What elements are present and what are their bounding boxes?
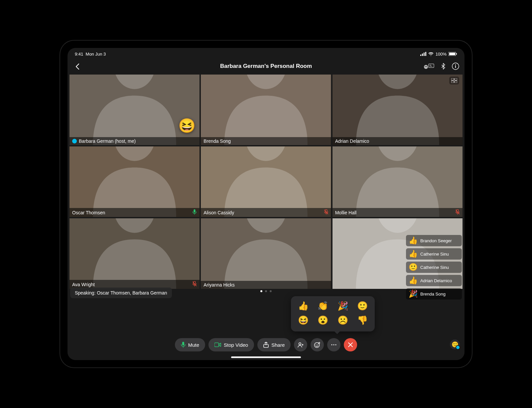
bluetooth-icon[interactable] bbox=[441, 63, 445, 70]
mic-muted-icon bbox=[324, 209, 329, 216]
svg-point-54 bbox=[335, 344, 336, 345]
participant-video bbox=[332, 75, 463, 145]
more-button[interactable] bbox=[327, 338, 340, 351]
reaction-emoji: 👍 bbox=[409, 276, 418, 285]
host-icon bbox=[72, 139, 77, 143]
cellular-icon bbox=[420, 52, 426, 56]
svg-rect-45 bbox=[182, 342, 184, 345]
svg-point-50 bbox=[316, 344, 317, 345]
participant-video bbox=[69, 218, 200, 289]
share-button[interactable]: Share bbox=[257, 338, 291, 351]
reaction-feed-item: 👍Catherine Sinu bbox=[406, 248, 462, 260]
page-dot[interactable] bbox=[265, 290, 267, 292]
page-dot[interactable] bbox=[260, 290, 262, 292]
participant-video bbox=[201, 146, 331, 217]
reaction-overlay: 😆 bbox=[178, 117, 196, 134]
svg-rect-0 bbox=[420, 55, 421, 56]
svg-point-9 bbox=[426, 66, 427, 67]
participant-name: Ava Wright bbox=[72, 282, 95, 287]
reaction-sender: Brandon Seeger bbox=[420, 238, 452, 243]
video-label: Stop Video bbox=[224, 342, 248, 348]
video-tile[interactable]: Adrian Delamico bbox=[332, 75, 463, 145]
microphone-icon bbox=[181, 342, 186, 348]
battery-text: 100% bbox=[436, 52, 447, 57]
mute-button[interactable]: Mute bbox=[175, 338, 205, 351]
layout-toggle-button[interactable] bbox=[449, 77, 459, 85]
back-button[interactable] bbox=[73, 62, 82, 71]
video-tile[interactable]: Ava Wright bbox=[69, 218, 200, 289]
reaction-option[interactable]: 🙂 bbox=[356, 301, 370, 311]
video-tile[interactable]: Alison Cassidy bbox=[201, 146, 331, 217]
home-indicator[interactable] bbox=[231, 356, 301, 358]
participant-namebar: Adrian Delamico bbox=[332, 137, 463, 145]
participant-name: Mollie Hall bbox=[335, 210, 357, 215]
reaction-option[interactable]: 😮 bbox=[316, 315, 330, 325]
meeting-title: Barbara German's Personal Room bbox=[220, 63, 312, 70]
more-icon bbox=[331, 344, 337, 346]
grid-icon bbox=[451, 78, 457, 83]
reaction-emoji: 👍 bbox=[409, 236, 418, 245]
svg-rect-41 bbox=[451, 78, 454, 80]
status-left: 9:41 Mon Jun 3 bbox=[75, 52, 106, 57]
reaction-option[interactable]: ☹️ bbox=[336, 315, 350, 325]
reaction-feed-item: 🎉Brenda Song bbox=[406, 288, 462, 300]
reaction-option[interactable]: 🎉 bbox=[336, 301, 350, 311]
smile-plus-icon bbox=[314, 341, 321, 348]
svg-rect-3 bbox=[425, 52, 426, 56]
close-icon bbox=[348, 342, 353, 347]
svg-rect-10 bbox=[429, 64, 434, 68]
video-tile[interactable]: 😆 Barbara German (host, me) bbox=[69, 75, 200, 145]
wifi-icon bbox=[428, 52, 434, 56]
reaction-option[interactable]: 😆 bbox=[296, 315, 310, 325]
participant-namebar: Barbara German (host, me) bbox=[69, 137, 200, 145]
tablet-frame: 9:41 Mon Jun 3 100% Barbara German's Per… bbox=[60, 40, 472, 368]
camera-icon bbox=[214, 342, 221, 347]
svg-point-14 bbox=[455, 64, 456, 65]
end-call-button[interactable] bbox=[344, 338, 357, 351]
svg-rect-44 bbox=[455, 81, 457, 83]
svg-rect-46 bbox=[214, 343, 219, 347]
participant-name: Ariyanna Hicks bbox=[203, 282, 234, 288]
reaction-option[interactable]: 👍 bbox=[296, 301, 310, 311]
svg-rect-43 bbox=[451, 81, 454, 83]
screen: 9:41 Mon Jun 3 100% Barbara German's Per… bbox=[67, 48, 465, 360]
share-icon bbox=[263, 342, 269, 348]
info-icon[interactable] bbox=[452, 63, 459, 70]
reaction-option[interactable]: 👎 bbox=[356, 315, 370, 325]
reaction-option[interactable]: 👏 bbox=[316, 301, 330, 311]
svg-point-49 bbox=[315, 343, 320, 348]
stop-video-button[interactable]: Stop Video bbox=[208, 338, 254, 351]
status-time: 9:41 bbox=[75, 52, 83, 57]
participants-button[interactable] bbox=[294, 338, 307, 351]
svg-point-51 bbox=[318, 344, 318, 345]
svg-rect-2 bbox=[424, 53, 425, 56]
person-icon bbox=[298, 342, 304, 348]
svg-rect-5 bbox=[449, 53, 455, 55]
speaking-banner: Speaking: Oscar Thomsen, Barbara German bbox=[70, 288, 172, 298]
headerbar: Barbara German's Personal Room bbox=[67, 61, 465, 72]
statusbar: 9:41 Mon Jun 3 100% bbox=[67, 50, 465, 58]
video-tile[interactable]: Mollie Hall bbox=[332, 146, 463, 217]
participant-namebar: Alison Cassidy bbox=[201, 208, 331, 217]
participant-name: Barbara German (host, me) bbox=[79, 138, 136, 144]
participant-video bbox=[69, 146, 200, 217]
video-tile[interactable]: Brenda Song bbox=[201, 75, 331, 145]
video-tile[interactable]: Oscar Thomsen bbox=[69, 146, 200, 217]
mini-reaction-button[interactable]: 🙂 bbox=[450, 339, 460, 349]
assistant-icon[interactable] bbox=[423, 63, 435, 70]
reaction-sender: Adrian Delamico bbox=[420, 278, 452, 283]
control-bar: Mute Stop Video Share bbox=[67, 338, 465, 351]
page-dot[interactable] bbox=[270, 290, 272, 292]
share-label: Share bbox=[271, 342, 285, 348]
participant-video bbox=[201, 218, 331, 289]
svg-point-53 bbox=[333, 344, 334, 345]
svg-rect-1 bbox=[422, 54, 423, 56]
video-tile[interactable]: Ariyanna Hicks bbox=[201, 218, 331, 289]
reaction-sender: Catherine Sinu bbox=[420, 265, 449, 270]
mic-muted-icon bbox=[455, 209, 460, 216]
svg-rect-42 bbox=[455, 78, 457, 80]
reactions-button[interactable] bbox=[311, 338, 324, 351]
mute-label: Mute bbox=[188, 342, 199, 348]
svg-point-52 bbox=[332, 344, 332, 345]
page-indicator[interactable] bbox=[260, 290, 272, 292]
